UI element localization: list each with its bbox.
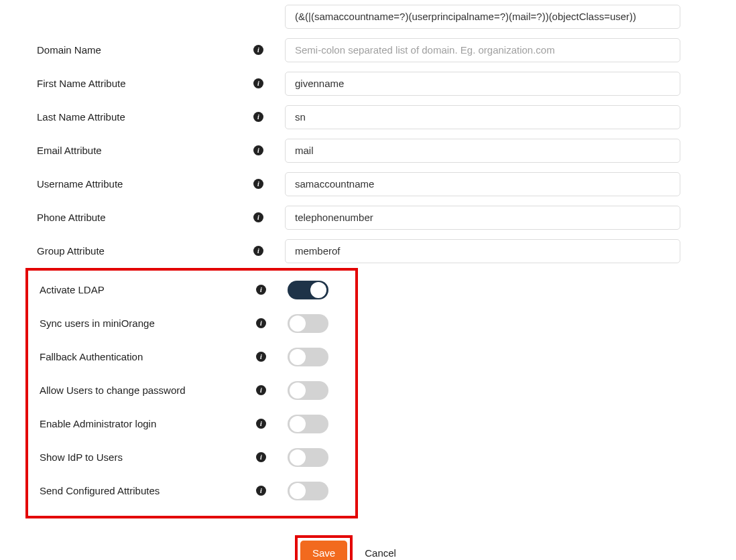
search-filter-row [0,0,736,33]
info-icon[interactable]: i [256,285,266,295]
enable-admin-login-toggle[interactable] [288,415,328,433]
email-attr-row: Email Attribute i [0,134,736,167]
search-filter-input[interactable] [285,5,680,29]
form-footer: Save Cancel [295,535,736,560]
info-icon[interactable]: i [253,78,263,88]
info-icon[interactable]: i [253,246,263,256]
group-attr-input[interactable] [285,239,680,263]
activate-ldap-toggle[interactable] [288,281,328,299]
save-highlight: Save [295,535,353,560]
domain-name-row: Domain Name i [0,33,736,66]
show-idp-row: Show IdP to Users i [28,441,355,474]
info-icon[interactable]: i [256,385,266,395]
phone-attr-row: Phone Attribute i [0,201,736,234]
form-container: Domain Name i First Name Attribute i Las… [0,0,736,560]
info-icon[interactable]: i [256,452,266,462]
info-icon[interactable]: i [253,45,263,55]
email-attr-label: Email Attribute [37,145,251,156]
allow-change-pw-toggle[interactable] [288,381,328,400]
last-name-attr-row: Last Name Attribute i [0,100,736,133]
enable-admin-login-row: Enable Administrator login i [28,407,355,440]
info-icon[interactable]: i [253,145,263,155]
email-attr-input[interactable] [285,139,680,163]
send-config-attrs-row: Send Configured Attributes i [28,474,355,507]
send-config-attrs-label: Send Configured Attributes [40,485,254,496]
toggle-knob [290,316,306,332]
toggle-knob [290,483,306,499]
group-attr-row: Group Attribute i [0,234,736,267]
activate-ldap-label: Activate LDAP [40,284,254,295]
allow-change-pw-row: Allow Users to change password i [28,374,355,407]
info-icon[interactable]: i [253,112,263,122]
info-icon[interactable]: i [256,486,266,496]
fallback-auth-toggle[interactable] [288,348,328,366]
username-attr-input[interactable] [285,172,680,196]
domain-name-label: Domain Name [37,44,251,56]
toggle-knob [290,349,306,365]
sync-users-toggle[interactable] [288,314,328,333]
toggle-knob [310,282,326,298]
allow-change-pw-label: Allow Users to change password [40,384,254,396]
last-name-attr-label: Last Name Attribute [37,111,251,123]
first-name-attr-label: First Name Attribute [37,78,251,89]
username-attr-label: Username Attribute [37,178,251,190]
sync-users-row: Sync users in miniOrange i [28,307,355,340]
save-button[interactable]: Save [300,541,347,560]
fallback-auth-row: Fallback Authentication i [28,340,355,373]
sync-users-label: Sync users in miniOrange [40,318,254,329]
show-idp-label: Show IdP to Users [40,451,254,463]
domain-name-input[interactable] [285,38,680,62]
group-attr-label: Group Attribute [37,245,251,257]
toggle-knob [290,449,306,466]
phone-attr-label: Phone Attribute [37,212,251,223]
first-name-attr-row: First Name Attribute i [0,67,736,100]
phone-attr-input[interactable] [285,206,680,230]
username-attr-row: Username Attribute i [0,167,736,200]
info-icon[interactable]: i [253,179,263,189]
toggle-section-highlight: Activate LDAP i Sync users in miniOrange… [25,268,358,518]
info-icon[interactable]: i [256,318,266,328]
info-icon[interactable]: i [253,212,263,222]
send-config-attrs-toggle[interactable] [288,482,328,500]
cancel-button[interactable]: Cancel [365,547,396,559]
last-name-attr-input[interactable] [285,105,680,129]
first-name-attr-input[interactable] [285,72,680,96]
fallback-auth-label: Fallback Authentication [40,351,254,362]
toggle-knob [290,416,306,432]
toggle-knob [290,382,306,399]
show-idp-toggle[interactable] [288,448,328,467]
info-icon[interactable]: i [256,352,266,362]
activate-ldap-row: Activate LDAP i [28,273,355,306]
enable-admin-login-label: Enable Administrator login [40,418,254,429]
info-icon[interactable]: i [256,419,266,429]
